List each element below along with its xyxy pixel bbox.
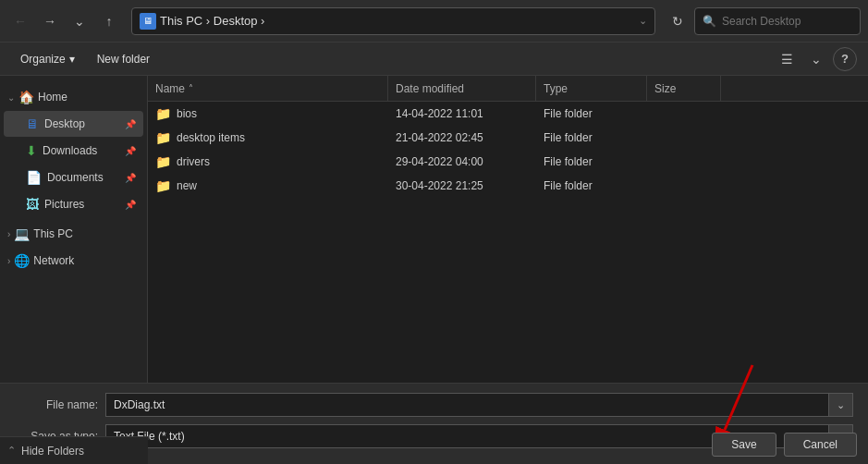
view-icon: ☰ bbox=[781, 52, 793, 67]
filename-field-container: ⌄ bbox=[105, 393, 853, 417]
main-area: ⌄ 🏠 Home 🖥 Desktop 📌 ⬇ Downloads 📌 📄 D bbox=[0, 76, 868, 383]
file-name-cell: 📁 drivers bbox=[148, 150, 388, 174]
file-size-cell bbox=[647, 126, 721, 150]
filename-input[interactable] bbox=[105, 393, 829, 417]
new-folder-button[interactable]: New folder bbox=[88, 47, 159, 71]
pictures-pin-icon: 📌 bbox=[125, 200, 136, 210]
folder-icon: 📁 bbox=[155, 178, 171, 193]
desktop-icon: 🖥 bbox=[26, 116, 39, 131]
file-name-cell: 📁 desktop items bbox=[148, 126, 388, 150]
column-header-name[interactable]: Name ˄ bbox=[148, 76, 388, 101]
sidebar-documents-label: Documents bbox=[47, 171, 119, 184]
file-date-cell: 29-04-2022 04:00 bbox=[388, 150, 536, 174]
new-folder-label: New folder bbox=[97, 53, 150, 66]
file-list-header: Name ˄ Date modified Type Size bbox=[148, 76, 868, 102]
folder-icon: 📁 bbox=[155, 130, 171, 145]
search-bar[interactable]: 🔍 bbox=[694, 7, 861, 35]
organize-button[interactable]: Organize ▾ bbox=[11, 47, 84, 71]
sidebar-network-group[interactable]: › 🌐 Network bbox=[0, 248, 147, 274]
help-button[interactable]: ? bbox=[833, 47, 857, 71]
sidebar-item-documents[interactable]: 📄 Documents 📌 bbox=[4, 165, 143, 190]
filename-label: File name: bbox=[15, 398, 98, 411]
sidebar-home-label: Home bbox=[38, 91, 140, 104]
help-icon: ? bbox=[841, 52, 849, 66]
sidebar-network-label: Network bbox=[33, 254, 140, 267]
address-chevron-icon: ⌄ bbox=[639, 15, 647, 27]
file-type-cell: File folder bbox=[536, 102, 647, 126]
filename-dropdown-button[interactable]: ⌄ bbox=[829, 393, 853, 417]
column-header-type[interactable]: Type bbox=[536, 76, 647, 101]
back-button[interactable]: ← bbox=[7, 8, 33, 34]
top-navigation-bar: ← → ⌄ ↑ 🖥 This PC › Desktop › ⌄ ↻ 🔍 bbox=[0, 0, 868, 43]
pictures-icon: 🖼 bbox=[26, 197, 39, 212]
search-icon: 🔍 bbox=[703, 15, 716, 28]
address-bar[interactable]: 🖥 This PC › Desktop › ⌄ bbox=[131, 7, 655, 35]
this-pc-chevron-icon: › bbox=[7, 229, 10, 239]
network-chevron-icon: › bbox=[7, 256, 10, 266]
sidebar-item-desktop[interactable]: 🖥 Desktop 📌 bbox=[4, 111, 143, 137]
organize-label: Organize bbox=[20, 53, 66, 66]
forward-button[interactable]: → bbox=[37, 8, 63, 34]
sidebar-home-group[interactable]: ⌄ 🏠 Home bbox=[0, 84, 147, 110]
filename-row: File name: ⌄ bbox=[15, 393, 853, 417]
table-row[interactable]: 📁 new 30-04-2022 21:25 File folder bbox=[148, 174, 868, 198]
documents-icon: 📄 bbox=[26, 170, 42, 185]
column-header-size[interactable]: Size bbox=[647, 76, 721, 101]
file-list: 📁 bios 14-04-2022 11:01 File folder 📁 de… bbox=[148, 102, 868, 383]
file-area: Name ˄ Date modified Type Size 📁 bbox=[148, 76, 868, 383]
sidebar: ⌄ 🏠 Home 🖥 Desktop 📌 ⬇ Downloads 📌 📄 D bbox=[0, 76, 148, 383]
file-type-cell: File folder bbox=[536, 150, 647, 174]
network-icon: 🌐 bbox=[14, 253, 30, 268]
pin-icon: 📌 bbox=[125, 119, 136, 129]
up-button[interactable]: ↑ bbox=[96, 8, 122, 34]
this-pc-icon: 💻 bbox=[14, 226, 30, 241]
cancel-button[interactable]: Cancel bbox=[784, 433, 857, 457]
view-dropdown-icon: ⌄ bbox=[811, 52, 822, 67]
address-bar-icon: 🖥 bbox=[140, 13, 156, 30]
search-input[interactable] bbox=[722, 15, 852, 28]
hide-folders-bar[interactable]: ⌃ Hide Folders bbox=[0, 436, 148, 464]
file-name-cell: 📁 new bbox=[148, 174, 388, 198]
downloads-icon: ⬇ bbox=[26, 143, 37, 158]
save-button[interactable]: Save bbox=[712, 433, 776, 457]
table-row[interactable]: 📁 drivers 29-04-2022 04:00 File folder bbox=[148, 150, 868, 174]
file-date-cell: 14-04-2022 11:01 bbox=[388, 102, 536, 126]
hide-folders-chevron-icon: ⌃ bbox=[7, 445, 16, 457]
toolbar: Organize ▾ New folder ☰ ⌄ ? bbox=[0, 43, 868, 76]
sidebar-item-pictures[interactable]: 🖼 Pictures 📌 bbox=[4, 191, 143, 217]
sidebar-downloads-label: Downloads bbox=[43, 144, 119, 157]
sidebar-home-section: ⌄ 🏠 Home 🖥 Desktop 📌 ⬇ Downloads 📌 📄 D bbox=[0, 84, 147, 217]
file-name-cell: 📁 bios bbox=[148, 102, 388, 126]
sidebar-desktop-label: Desktop bbox=[44, 117, 119, 130]
file-date-cell: 30-04-2022 21:25 bbox=[388, 174, 536, 198]
file-size-cell bbox=[647, 174, 721, 198]
recent-dropdown-button[interactable]: ⌄ bbox=[67, 8, 92, 34]
sidebar-this-pc-group[interactable]: › 💻 This PC bbox=[0, 221, 147, 247]
file-type-cell: File folder bbox=[536, 126, 647, 150]
home-chevron-icon: ⌄ bbox=[7, 92, 15, 103]
address-text: This PC › Desktop › bbox=[160, 14, 635, 28]
sidebar-this-pc-label: This PC bbox=[33, 227, 140, 240]
column-header-date[interactable]: Date modified bbox=[388, 76, 536, 101]
file-type-cell: File folder bbox=[536, 174, 647, 198]
table-row[interactable]: 📁 bios 14-04-2022 11:01 File folder bbox=[148, 102, 868, 126]
view-dropdown-button[interactable]: ⌄ bbox=[803, 47, 829, 71]
home-icon: 🏠 bbox=[18, 90, 34, 104]
folder-icon: 📁 bbox=[155, 106, 171, 121]
folder-icon: 📁 bbox=[155, 154, 171, 169]
sidebar-pictures-label: Pictures bbox=[44, 198, 119, 211]
sort-arrow-icon: ˄ bbox=[189, 83, 193, 93]
view-toggle-button[interactable]: ☰ bbox=[774, 47, 800, 71]
sidebar-item-downloads[interactable]: ⬇ Downloads 📌 bbox=[4, 138, 143, 164]
refresh-button[interactable]: ↻ bbox=[665, 8, 691, 34]
file-date-cell: 21-04-2022 02:45 bbox=[388, 126, 536, 150]
downloads-pin-icon: 📌 bbox=[125, 146, 136, 156]
organize-arrow-icon: ▾ bbox=[69, 53, 75, 66]
dialog-buttons: Save Cancel bbox=[712, 433, 857, 457]
documents-pin-icon: 📌 bbox=[125, 173, 136, 183]
table-row[interactable]: 📁 desktop items 21-04-2022 02:45 File fo… bbox=[148, 126, 868, 150]
file-size-cell bbox=[647, 150, 721, 174]
hide-folders-label: Hide Folders bbox=[21, 445, 84, 458]
file-size-cell bbox=[647, 102, 721, 126]
